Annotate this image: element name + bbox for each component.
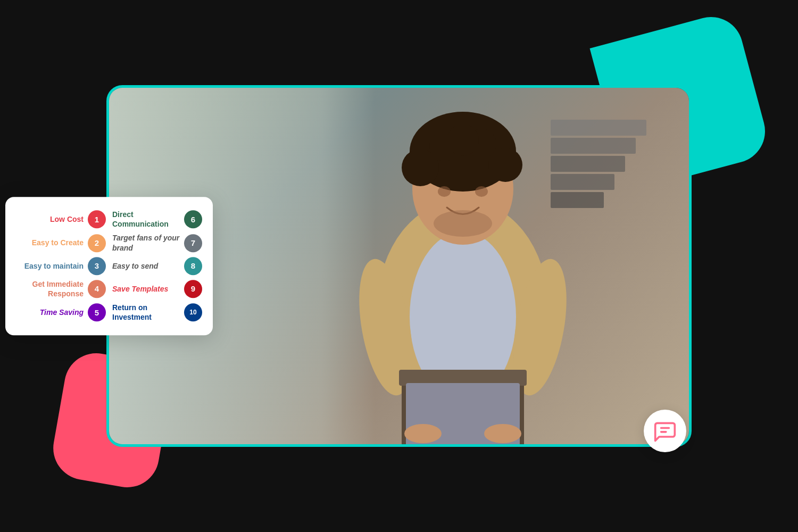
benefit-label-7: Target fans of your brand bbox=[112, 234, 180, 253]
benefit-item-3: Easy to maintain 3 bbox=[16, 257, 106, 275]
benefits-grid: Low Cost 1 Direct Communication 6 Easy t… bbox=[16, 210, 202, 322]
svg-point-10 bbox=[475, 186, 488, 197]
benefit-badge-3: 3 bbox=[88, 257, 106, 275]
benefit-badge-10: 10 bbox=[184, 304, 202, 322]
benefit-item-2: Easy to Create 2 bbox=[16, 234, 106, 253]
benefit-item-10: Return on Investment 10 bbox=[112, 303, 202, 322]
benefit-badge-9: 9 bbox=[184, 280, 202, 298]
benefit-item-7: Target fans of your brand 7 bbox=[112, 234, 202, 253]
benefit-label-2: Easy to Create bbox=[16, 238, 84, 248]
svg-point-8 bbox=[447, 124, 479, 156]
benefit-badge-2: 2 bbox=[88, 234, 106, 252]
benefit-item-5: Time Saving 5 bbox=[16, 303, 106, 322]
main-scene: Low Cost 1 Direct Communication 6 Easy t… bbox=[27, 27, 771, 505]
benefit-badge-4: 4 bbox=[88, 280, 106, 298]
benefit-label-4: Get Immediate Response bbox=[16, 279, 84, 298]
benefit-item-9: Save Templates 9 bbox=[112, 279, 202, 298]
benefit-label-1: Low Cost bbox=[16, 214, 84, 224]
message-icon bbox=[653, 419, 677, 443]
benefit-item-1: Low Cost 1 bbox=[16, 210, 106, 229]
benefit-badge-8: 8 bbox=[184, 257, 202, 275]
benefit-badge-1: 1 bbox=[88, 210, 106, 228]
person-illustration bbox=[317, 85, 609, 444]
benefits-info-card: Low Cost 1 Direct Communication 6 Easy t… bbox=[5, 197, 213, 335]
svg-point-5 bbox=[488, 148, 522, 182]
benefit-item-8: Easy to send 8 bbox=[112, 257, 202, 275]
benefit-label-5: Time Saving bbox=[16, 307, 84, 317]
svg-point-17 bbox=[404, 424, 442, 443]
svg-point-18 bbox=[484, 424, 521, 443]
benefit-badge-5: 5 bbox=[88, 304, 106, 322]
svg-point-11 bbox=[434, 210, 492, 237]
benefit-label-10: Return on Investment bbox=[112, 303, 180, 322]
svg-point-9 bbox=[438, 186, 451, 197]
benefit-item-6: Direct Communication 6 bbox=[112, 210, 202, 229]
benefit-label-9: Save Templates bbox=[112, 284, 180, 294]
benefit-label-6: Direct Communication bbox=[112, 210, 180, 229]
benefit-label-8: Easy to send bbox=[112, 261, 180, 271]
benefit-badge-7: 7 bbox=[184, 234, 202, 252]
benefit-item-4: Get Immediate Response 4 bbox=[16, 279, 106, 298]
benefit-badge-6: 6 bbox=[184, 210, 202, 228]
message-button[interactable] bbox=[644, 410, 686, 452]
benefit-label-3: Easy to maintain bbox=[16, 261, 84, 271]
